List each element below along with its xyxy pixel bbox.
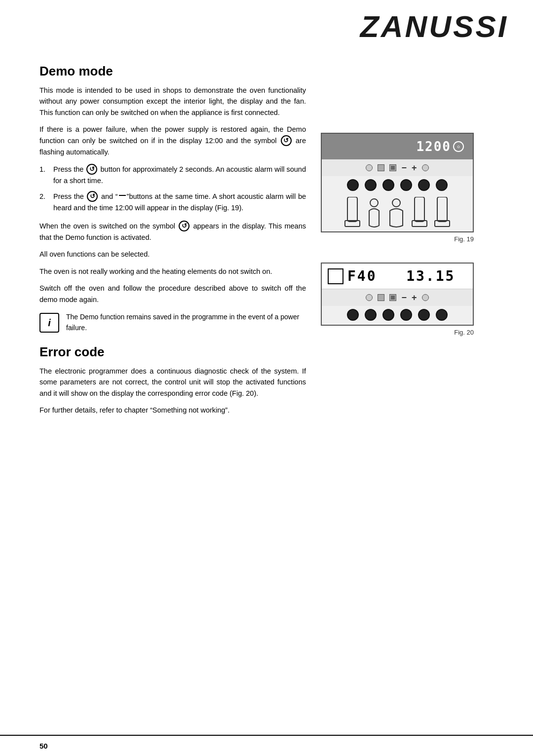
btn-circle-small-2 — [422, 164, 429, 171]
figure-19-display: 1200 ◦ − + — [321, 133, 474, 232]
info-icon: i — [39, 313, 59, 333]
svg-rect-6 — [437, 197, 447, 222]
round-btn-6 — [436, 179, 448, 191]
btn-plus-20: + — [412, 293, 417, 302]
svg-rect-0 — [347, 197, 357, 222]
figure-19-container: 1200 ◦ − + — [321, 133, 474, 243]
steps-list: 1. Press the button for approximately 2 … — [39, 164, 306, 214]
knob-5 — [432, 197, 452, 231]
btn-circle-small-1 — [366, 164, 373, 171]
round-btn-20-6 — [436, 309, 448, 321]
error-display-text: F40 13.15 — [347, 268, 455, 284]
round-btn-1 — [347, 179, 359, 191]
btn-plus: + — [412, 163, 417, 172]
knob-2 — [365, 197, 383, 231]
button-row-19: − + — [322, 159, 473, 176]
step-2-content: Press the and “”buttons at the same time… — [53, 191, 306, 214]
btn-circle-20-2 — [422, 294, 429, 301]
fig-20-label: Fig. 20 — [454, 329, 474, 336]
button-symbol-step2a — [87, 191, 98, 202]
knob-1 — [343, 197, 362, 231]
content-area: Demo mode This mode is intended to be us… — [0, 49, 533, 437]
knob-3 — [386, 197, 407, 231]
step-1-num: 1. — [39, 164, 53, 175]
btn-square-1 — [378, 164, 384, 171]
knob-4 — [410, 197, 429, 231]
figure-20-container: F40 13.15 − + — [321, 263, 474, 336]
svg-point-2 — [370, 199, 378, 207]
step-2: 2. Press the and “”buttons at the same t… — [39, 191, 306, 214]
display-time-19: 1200 — [416, 139, 451, 154]
btn-square-20-2 — [389, 294, 396, 301]
step-1-content: Press the button for approximately 2 sec… — [53, 164, 306, 187]
zanussi-logo: ZANUSSI — [360, 9, 508, 43]
btn-circle-20-1 — [366, 294, 373, 301]
when-text: When the oven is switched on the symbol … — [39, 221, 306, 243]
round-btn-20-3 — [382, 309, 394, 321]
fig-19-label: Fig. 19 — [454, 235, 474, 243]
round-btn-5 — [418, 179, 430, 191]
display-screen-20: F40 13.15 — [322, 264, 473, 289]
oven-body-19 — [322, 192, 473, 231]
step-2-num: 2. — [39, 191, 53, 202]
step-1: 1. Press the button for approximately 2 … — [39, 164, 306, 187]
info-box: i The Demo function remains saved in the… — [39, 312, 306, 333]
not-working-text: The oven is not really working and the h… — [39, 266, 306, 277]
footer: 50 — [0, 735, 533, 756]
round-btn-3 — [382, 179, 394, 191]
all-functions-text: All oven functions can be selected. — [39, 249, 306, 260]
info-text: The Demo function remains saved in the p… — [66, 312, 306, 333]
button-symbol-intro — [281, 135, 292, 146]
demo-mode-title: Demo mode — [39, 64, 306, 79]
error-square — [328, 268, 343, 284]
switch-off-text: Switch off the oven and follow the proce… — [39, 283, 306, 305]
page-number: 50 — [39, 742, 48, 750]
page: ZANUSSI Demo mode This mode is intended … — [0, 0, 533, 756]
round-btn-20-5 — [418, 309, 430, 321]
clock-icon-19: ◦ — [453, 141, 464, 152]
round-btn-20-2 — [365, 309, 377, 321]
btn-dash: − — [401, 163, 407, 172]
dash-symbol — [119, 195, 126, 196]
svg-rect-4 — [415, 197, 424, 222]
btn-square-20-1 — [378, 294, 384, 301]
button-symbol-step1 — [86, 164, 97, 175]
header: ZANUSSI — [0, 0, 533, 49]
round-btn-4 — [400, 179, 412, 191]
round-buttons-row-20 — [322, 306, 473, 325]
demo-intro-p2: If there is a power failure, when the po… — [39, 124, 306, 157]
figure-20-display: F40 13.15 − + — [321, 263, 474, 326]
button-row-20: − + — [322, 289, 473, 306]
left-column: Demo mode This mode is intended to be us… — [39, 64, 306, 422]
demo-intro-p1: This mode is intended to be used in shop… — [39, 85, 306, 118]
right-column: 1200 ◦ − + — [321, 64, 508, 422]
button-symbol-when — [179, 221, 190, 231]
round-btn-20-4 — [400, 309, 412, 321]
round-btn-2 — [365, 179, 377, 191]
error-p2: For further details, refer to chapter “S… — [39, 405, 306, 416]
btn-square-2 — [389, 164, 396, 171]
round-btn-20-1 — [347, 309, 359, 321]
round-buttons-row-19 — [322, 176, 473, 192]
error-code-title: Error code — [39, 344, 306, 360]
btn-dash-20: − — [401, 293, 407, 302]
svg-point-3 — [392, 199, 400, 207]
display-screen-19: 1200 ◦ — [322, 134, 473, 159]
error-p1: The electronic programmer does a continu… — [39, 366, 306, 399]
